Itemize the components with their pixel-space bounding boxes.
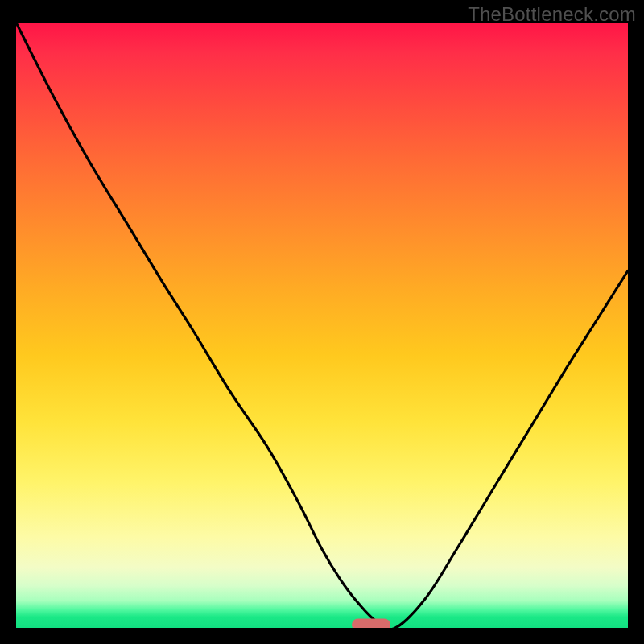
- chart-frame: TheBottleneck.com: [0, 0, 644, 644]
- bottleneck-curve: [16, 23, 628, 628]
- watermark-text: TheBottleneck.com: [468, 3, 636, 26]
- curve-svg: [16, 23, 628, 628]
- optimal-marker: [352, 619, 390, 628]
- plot-area: [16, 23, 628, 628]
